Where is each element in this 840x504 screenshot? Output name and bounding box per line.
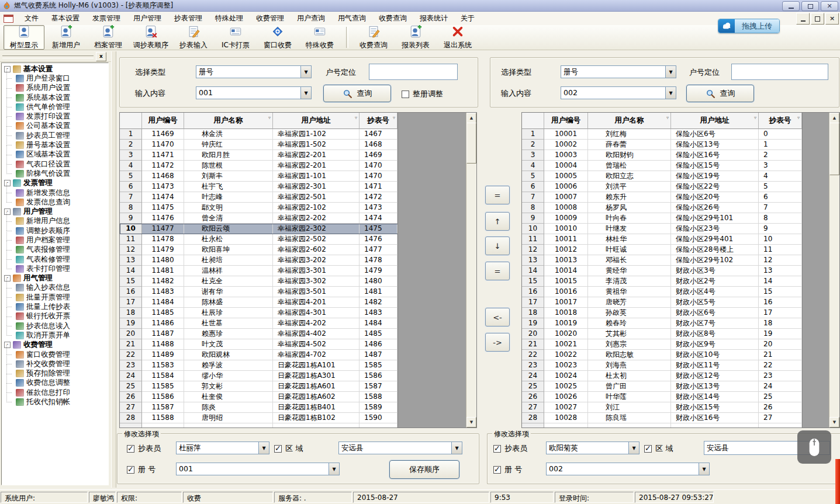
tree-node[interactable]: 批量上传抄表 <box>2 302 108 311</box>
close-button[interactable]: ✕ <box>821 1 838 11</box>
tree-node[interactable]: 发票信息查询 <box>2 197 108 207</box>
collapse-icon[interactable]: - <box>4 275 11 281</box>
tree-node[interactable]: 新增用户信息 <box>2 217 108 226</box>
column-header[interactable]: 用户名称▿ <box>588 113 671 129</box>
table-row[interactable]: 5 10005 欧阳立志 保险小区19号 4 <box>522 171 839 182</box>
left-locate-input[interactable] <box>369 64 458 80</box>
toolbar-button[interactable]: 报装列表 <box>395 25 436 50</box>
table-row[interactable]: 17 10017 唐晓芳 财政小区5号 16 <box>522 297 839 308</box>
region-checkbox[interactable]: 区 域 <box>274 443 303 454</box>
column-header[interactable] <box>522 113 544 129</box>
checkbox-checked-icon[interactable] <box>274 445 282 453</box>
tree-node[interactable]: -基本设置 <box>2 64 108 74</box>
collapse-icon[interactable]: - <box>4 342 11 348</box>
tree-node[interactable]: -收费管理 <box>2 340 108 350</box>
toolbar-button[interactable]: IC卡打票 <box>215 25 256 50</box>
tree-node[interactable]: 表卡打印管理 <box>2 264 108 273</box>
table-row[interactable]: 19 10019 赖春玲 财政小区7号 18 <box>522 318 839 329</box>
table-row[interactable]: 7 10007 赖东升 保险小区20号 6 <box>522 192 839 203</box>
tree-node[interactable]: 预存扣除管理 <box>2 369 108 378</box>
column-header[interactable]: 用户名称▿ <box>184 113 273 129</box>
menu-item[interactable]: 收费管理 <box>250 12 291 25</box>
left-book-combo[interactable]: 001▼ <box>176 463 340 475</box>
table-row[interactable]: 23 10023 刘海燕 财政小区11号 22 <box>522 360 839 371</box>
toolbar-button[interactable]: 窗口收费 <box>257 25 298 50</box>
table-row[interactable]: 4 10004 曾瑞松 保险小区15号 3 <box>522 161 839 171</box>
collapse-icon[interactable]: - <box>4 180 11 186</box>
menu-item[interactable]: 关于 <box>454 12 481 25</box>
toolbar-button[interactable]: 抄表输入 <box>173 25 214 50</box>
menu-item[interactable]: 收费查询 <box>372 12 413 25</box>
left-type-combo[interactable]: 册号▼ <box>196 65 312 78</box>
toolbar-button[interactable]: 档案管理 <box>88 25 129 50</box>
column-header[interactable]: 抄表号▿ <box>759 113 802 129</box>
tree-node[interactable]: 发票打印设置 <box>2 112 108 121</box>
move-right-button[interactable]: -> <box>485 333 510 352</box>
tree-node[interactable]: 系统用户设置 <box>2 84 108 93</box>
tree-node[interactable]: 气表检修管理 <box>2 255 108 264</box>
table-row[interactable]: 21 10021 刘惠宗 财政小区9号 20 <box>522 339 839 350</box>
toolbar-button[interactable]: 新增用户 <box>46 25 87 50</box>
table-row[interactable]: 27 10027 刘江 财政小区15号 26 <box>522 402 839 413</box>
toolbar-button[interactable]: 收费查询 <box>353 25 394 50</box>
collapse-icon[interactable]: - <box>4 66 11 72</box>
move-equal-top-button[interactable]: = <box>485 186 510 204</box>
scroll-up-icon[interactable]: ▲ <box>829 113 839 123</box>
tree-node[interactable]: 公司基本设置 <box>2 121 108 131</box>
reader-checkbox[interactable]: 抄表员 <box>493 443 527 454</box>
table-row[interactable]: 15 10015 李清茂 财政小区2号 14 <box>522 276 839 287</box>
tree-node[interactable]: -用气管理 <box>2 274 108 283</box>
menu-item[interactable]: 特殊处理 <box>209 12 250 25</box>
table-row[interactable]: 22 10022 欧阳志敏 财政小区10号 21 <box>522 350 839 360</box>
whole-book-checkbox[interactable]: 整册调整 <box>402 89 443 99</box>
table-row[interactable]: 10 10010 叶继发 保险小区23号 9 <box>522 224 839 234</box>
region-checkbox[interactable]: 区 域 <box>644 443 673 454</box>
menu-item[interactable]: 用户查询 <box>291 12 331 25</box>
tree-node[interactable]: 气表报修管理 <box>2 245 108 255</box>
tree-node[interactable]: 抄表信息读入 <box>2 321 108 331</box>
child-close-button[interactable]: × <box>825 13 839 25</box>
tree-node[interactable]: 调整抄表顺序 <box>2 226 108 235</box>
table-row[interactable]: 28 10028 陈良瑶 财政小区16号 27 <box>522 413 839 423</box>
table-row[interactable]: 2 10002 薛春蕾 保险小区13号 1 <box>522 140 839 150</box>
save-order-button[interactable]: 保存顺序 <box>389 460 459 479</box>
child-restore-button[interactable] <box>811 13 824 25</box>
column-header[interactable]: 用户编号 <box>142 113 184 129</box>
table-row[interactable]: 11 10011 林桂华 保险小区29号401 10 <box>522 234 839 245</box>
toolbar-button[interactable]: 调抄表顺序 <box>130 25 172 50</box>
checkbox-unchecked-icon[interactable] <box>402 91 409 98</box>
toolbar-button[interactable]: 退出系统 <box>437 25 478 50</box>
scrollbar-thumb[interactable] <box>829 123 839 175</box>
close-panel-icon[interactable]: x <box>96 52 106 61</box>
menu-item[interactable]: 用户管理 <box>127 12 168 25</box>
right-type-combo[interactable]: 册号▼ <box>561 65 676 78</box>
tree-node[interactable]: 催款信息打印 <box>2 388 108 397</box>
right-reader-combo[interactable]: 欧阳菊英▼ <box>546 442 639 454</box>
left-table-scrollbar[interactable]: ▲ ▼ <box>466 113 476 427</box>
tree-node[interactable]: 抄表员工管理 <box>2 131 108 140</box>
menu-item[interactable]: 报表统计 <box>413 12 454 25</box>
tree-node[interactable]: 取消开票开单 <box>2 331 108 340</box>
right-input-combo[interactable]: 002▼ <box>561 86 676 99</box>
minimize-button[interactable] <box>782 1 800 11</box>
tree-node[interactable]: 供气单价管理 <box>2 102 108 112</box>
scrollbar-thumb[interactable] <box>466 123 476 164</box>
tree-node[interactable]: 册号基本设置 <box>2 140 108 150</box>
table-row[interactable]: 1 10001 刘红梅 保险小区6号 0 <box>522 129 839 140</box>
table-row[interactable]: 12 10012 叶旺诚 保险小区28号楼上 11 <box>522 245 839 255</box>
tree-node[interactable]: 用户登录窗口 <box>2 74 108 83</box>
menu-item[interactable]: 用气查询 <box>331 12 372 25</box>
table-row[interactable]: 20 10020 艾其彬 财政小区8号 19 <box>522 329 839 339</box>
book-checkbox[interactable]: 册 号 <box>493 464 522 475</box>
tree-node[interactable]: 区域基本设置 <box>2 150 108 159</box>
tree-node[interactable]: -用户管理 <box>2 207 108 216</box>
right-book-combo[interactable]: 002▼ <box>546 463 710 475</box>
toolbar-button[interactable]: 树型显示 <box>4 25 44 50</box>
tree-node[interactable]: 新增发票信息 <box>2 188 108 197</box>
table-row[interactable]: 13 10013 邓福长 保险小区29号102 12 <box>522 255 839 266</box>
left-input-combo[interactable]: 001▼ <box>196 86 312 99</box>
column-header[interactable]: 用户地址▿ <box>273 113 359 129</box>
move-equal-bottom-button[interactable]: = <box>485 262 510 280</box>
table-row[interactable]: 8 10008 杨罗风 保险小区26号 7 <box>522 203 839 213</box>
left-reader-combo[interactable]: 杜丽萍▼ <box>176 442 269 454</box>
